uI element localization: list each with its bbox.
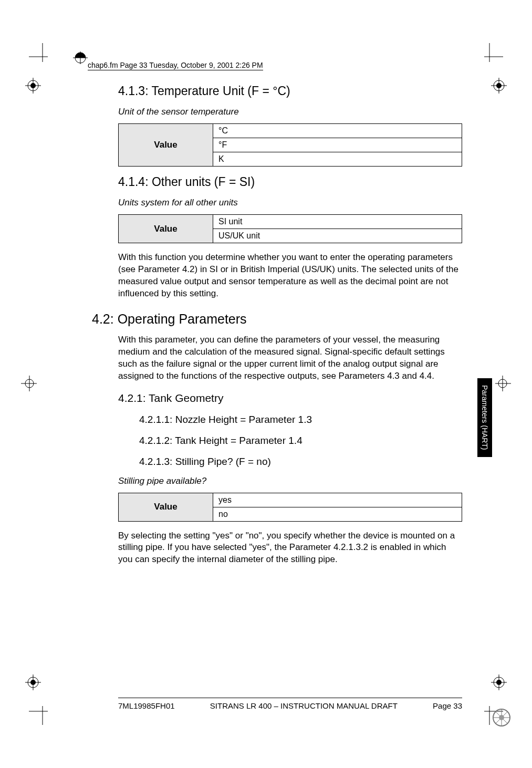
table-row: K xyxy=(213,152,462,167)
body-4-2-1-3: By selecting the setting "yes" or "no", … xyxy=(118,530,462,566)
caption-4-1-4: Units system for all other units xyxy=(118,198,462,208)
heading-4-2-1: 4.2.1: Tank Geometry xyxy=(118,392,462,404)
table-row: °C xyxy=(213,124,462,138)
heading-4-2-1-2: 4.2.1.2: Tank Height = Parameter 1.4 xyxy=(139,435,462,447)
registration-mark-icon xyxy=(491,674,507,690)
caption-4-1-3: Unit of the sensor temperature xyxy=(118,107,462,117)
table-label: Value xyxy=(119,493,213,521)
caption-4-2-1-3: Stilling pipe available? xyxy=(118,476,462,486)
crop-mark-icon xyxy=(29,706,48,725)
table-row: yes xyxy=(213,493,462,507)
crop-mark-icon xyxy=(484,43,503,62)
table-row: US/UK unit xyxy=(213,229,462,243)
color-wheel-icon xyxy=(492,708,511,727)
heading-4-1-4: 4.1.4: Other units (F = SI) xyxy=(118,175,462,189)
table-row: SI unit xyxy=(213,215,462,229)
body-4-1-4: With this function you determine whether… xyxy=(118,252,462,300)
heading-4-1-3: 4.1.3: Temperature Unit (F = °C) xyxy=(118,84,462,98)
footer-center: SITRANS LR 400 – INSTRUCTION MANUAL DRAF… xyxy=(210,701,398,710)
heading-4-2: 4.2: Operating Parameters xyxy=(92,312,462,327)
side-tab: Parameters (HART) xyxy=(477,378,492,457)
registration-mark-icon xyxy=(25,674,41,690)
table-label: Value xyxy=(119,215,213,243)
heading-4-2-1-3: 4.2.1.3: Stilling Pipe? (F = no) xyxy=(139,456,462,468)
svg-point-11 xyxy=(499,715,504,720)
page-footer: 7ML19985FH01 SITRANS LR 400 – INSTRUCTIO… xyxy=(118,698,462,710)
crop-mark-icon xyxy=(29,43,48,62)
binding-indicator-icon xyxy=(73,48,88,67)
heading-4-2-1-1: 4.2.1.1: Nozzle Height = Parameter 1.3 xyxy=(139,414,462,425)
table-label: Value xyxy=(119,124,213,167)
crop-mark-icon xyxy=(16,376,37,391)
body-4-2: With this parameter, you can define the … xyxy=(118,334,462,382)
table-4-1-3: Value °C °F K xyxy=(118,123,462,167)
registration-mark-icon xyxy=(25,78,41,94)
table-4-1-4: Value SI unit US/UK unit xyxy=(118,214,462,243)
table-row: °F xyxy=(213,138,462,152)
table-4-2-1-3: Value yes no xyxy=(118,493,462,522)
running-head: chap6.fm Page 33 Tuesday, October 9, 200… xyxy=(88,61,263,70)
footer-right: Page 33 xyxy=(433,701,462,710)
footer-left: 7ML19985FH01 xyxy=(118,701,175,710)
crop-mark-icon xyxy=(495,376,516,391)
table-row: no xyxy=(213,507,462,521)
registration-mark-icon xyxy=(491,78,507,94)
